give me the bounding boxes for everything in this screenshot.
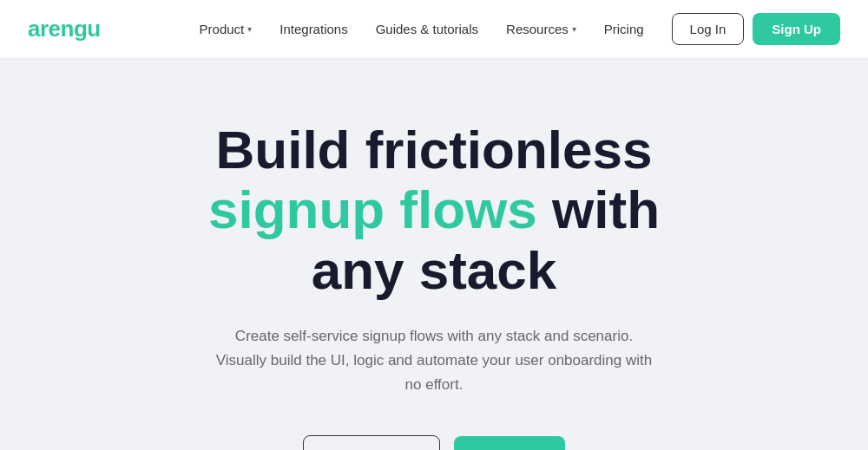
signup-button[interactable]: Sign Up: [753, 13, 840, 45]
hero-buttons: Book a demo Try it free: [303, 435, 566, 450]
hero-section: Build frictionless signup flows with any…: [0, 59, 868, 450]
logo[interactable]: arengu: [28, 16, 101, 42]
chevron-down-icon: ▾: [572, 24, 576, 34]
nav-product[interactable]: Product ▾: [189, 15, 263, 43]
navbar: arengu Product ▾ Integrations Guides & t…: [0, 0, 868, 59]
try-free-button[interactable]: Try it free: [454, 436, 565, 450]
hero-subtitle: Create self-service signup flows with an…: [208, 324, 660, 397]
chevron-down-icon: ▾: [247, 24, 252, 34]
nav-actions: Log In Sign Up: [672, 13, 840, 45]
nav-resources[interactable]: Resources ▾: [496, 15, 587, 43]
nav-pricing[interactable]: Pricing: [594, 15, 654, 43]
nav-integrations[interactable]: Integrations: [269, 15, 358, 43]
nav-links: Product ▾ Integrations Guides & tutorial…: [189, 15, 654, 43]
login-button[interactable]: Log In: [672, 13, 745, 45]
nav-guides[interactable]: Guides & tutorials: [365, 15, 489, 43]
book-demo-button[interactable]: Book a demo: [303, 435, 440, 450]
hero-title: Build frictionless signup flows with any…: [208, 120, 660, 300]
